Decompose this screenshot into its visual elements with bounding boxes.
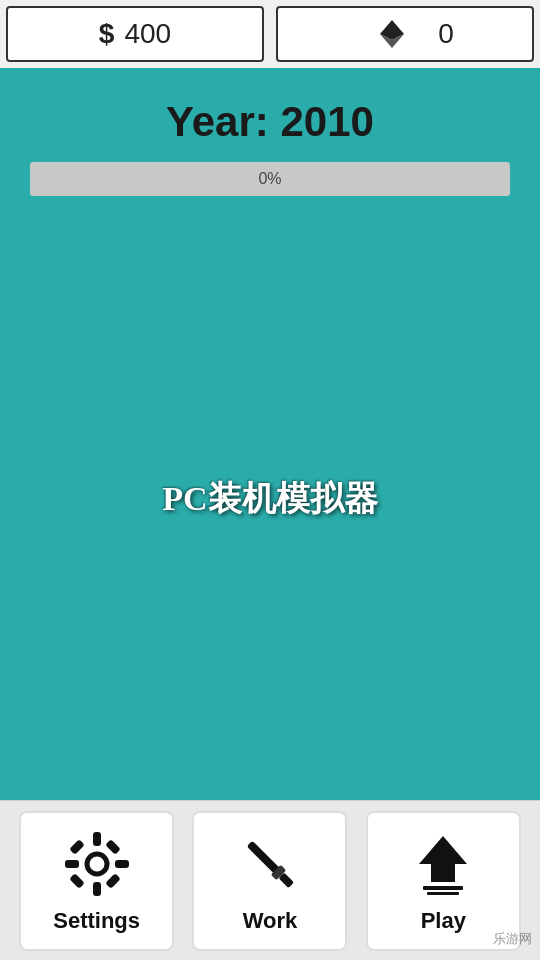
- svg-rect-8: [105, 839, 121, 855]
- svg-rect-11: [247, 840, 281, 874]
- svg-rect-5: [65, 860, 79, 868]
- eth-icon: [356, 0, 428, 70]
- year-label: Year: 2010: [166, 98, 374, 146]
- svg-rect-7: [69, 839, 85, 855]
- eth-value: 0: [438, 18, 454, 50]
- dollar-box: $ 400: [6, 6, 264, 62]
- settings-label: Settings: [53, 908, 140, 934]
- bottom-nav: Settings Work Play: [0, 800, 540, 960]
- svg-marker-14: [419, 836, 467, 882]
- work-button[interactable]: Work: [192, 811, 347, 951]
- settings-button[interactable]: Settings: [19, 811, 174, 951]
- svg-rect-3: [93, 832, 101, 846]
- dollar-value: 400: [124, 18, 171, 50]
- svg-rect-10: [105, 873, 121, 889]
- svg-rect-9: [69, 873, 85, 889]
- dollar-icon: $: [99, 18, 115, 50]
- play-icon: [407, 828, 479, 900]
- play-label: Play: [421, 908, 466, 934]
- work-label: Work: [243, 908, 298, 934]
- top-bar: $ 400 0: [0, 0, 540, 68]
- eth-box: 0: [276, 6, 534, 62]
- settings-icon: [61, 828, 133, 900]
- svg-rect-15: [423, 886, 463, 890]
- progress-bar-container: 0%: [30, 162, 510, 196]
- svg-rect-16: [427, 892, 459, 895]
- main-area: Year: 2010 0% PC装机模拟器: [0, 68, 540, 800]
- progress-text: 0%: [258, 170, 281, 188]
- work-icon: [234, 828, 306, 900]
- watermark: 乐游网: [493, 930, 532, 948]
- svg-point-2: [87, 854, 107, 874]
- svg-rect-6: [115, 860, 129, 868]
- game-title: PC装机模拟器: [162, 476, 377, 522]
- svg-rect-4: [93, 882, 101, 896]
